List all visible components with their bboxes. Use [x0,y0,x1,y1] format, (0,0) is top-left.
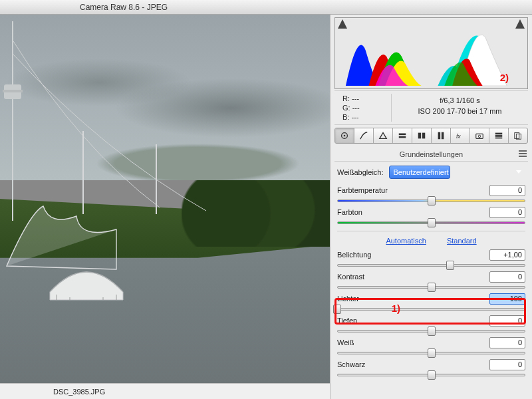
black-slider[interactable] [337,371,525,379]
annotation-1: 1) [392,303,400,314]
lights-label: Lichter [337,295,359,303]
tab-basic[interactable] [335,128,354,143]
histogram[interactable]: 2) [334,17,528,89]
tab-fx[interactable]: fx [451,128,470,143]
info-b: B: --- [342,112,391,122]
tab-hsl[interactable] [393,128,412,143]
annotation-2: 2) [500,72,509,83]
section-title: Grundeinstellungen [334,146,528,162]
shadows-value[interactable]: 0 [489,315,525,327]
info-g: G: --- [342,103,391,112]
contrast-slider[interactable] [337,283,525,291]
black-label: Schwarz [337,360,365,368]
tab-curve[interactable] [354,128,374,143]
tool-tabs: fx [334,128,528,144]
preview-pane: DSC_3985.JPG [0,15,331,399]
svg-point-14 [478,135,481,138]
tab-snapshots[interactable] [509,128,527,143]
panel-menu-icon[interactable] [519,150,527,157]
lights-value[interactable]: -100 [489,293,525,305]
info-aperture-shutter: f/6,3 1/160 s [392,95,528,106]
temp-slider[interactable] [337,197,525,205]
black-value[interactable]: 0 [489,359,525,370]
svg-rect-9 [422,133,425,139]
preview-image[interactable] [0,15,330,383]
lights-slider[interactable] [337,305,525,313]
tint-slider[interactable] [337,219,525,227]
right-panel: 2) R: --- G: --- B: --- f/6,3 1/160 s IS… [331,15,532,399]
exposure-value[interactable]: +1,00 [489,249,525,261]
tab-presets[interactable] [489,128,509,143]
svg-rect-16 [495,135,503,137]
tab-lens[interactable] [432,128,451,143]
info-r: R: --- [342,94,391,103]
filename-bar: DSC_3985.JPG [0,383,330,399]
svg-rect-8 [418,133,421,139]
svg-text:fx: fx [456,133,461,140]
window-titlebar: Camera Raw 8.6 - JPEG [0,0,532,15]
tent-graphic [3,193,123,273]
white-label: Weiß [337,338,354,346]
temp-label: Farbtemperatur [337,186,388,194]
auto-link[interactable]: Automatisch [386,237,426,245]
tab-detail[interactable] [374,128,393,143]
white-slider[interactable] [337,349,525,357]
standard-link[interactable]: Standard [447,237,477,245]
wb-select[interactable]: Benutzerdefiniert [389,166,450,179]
shadows-label: Tiefen [337,317,357,325]
tab-camera[interactable] [470,128,489,143]
svg-rect-7 [399,136,406,138]
exposure-label: Belichtung [337,251,371,259]
wb-label: Weißabgleich: [337,168,384,176]
info-iso-lens: ISO 200 17-70 bei 17 mm [392,106,528,116]
info-row: R: --- G: --- B: --- f/6,3 1/160 s ISO 2… [334,90,528,125]
filename-label: DSC_3985.JPG [53,388,105,396]
window-title: Camera Raw 8.6 - JPEG [80,3,168,12]
exposure-slider[interactable] [337,261,525,269]
svg-rect-10 [438,132,441,140]
svg-rect-6 [399,134,406,136]
svg-rect-13 [476,134,483,138]
pavilion-graphic [47,265,126,302]
shadows-slider[interactable] [337,327,525,335]
tint-value[interactable]: 0 [489,207,525,218]
contrast-label: Kontrast [337,273,364,281]
svg-rect-17 [495,138,503,139]
tint-label: Farbton [337,208,362,216]
svg-rect-15 [495,133,503,135]
contrast-value[interactable]: 0 [489,271,525,283]
svg-rect-11 [442,132,444,140]
svg-point-5 [344,135,346,137]
white-value[interactable]: 0 [489,337,525,348]
temp-value[interactable]: 0 [489,185,525,196]
tab-split[interactable] [412,128,432,143]
